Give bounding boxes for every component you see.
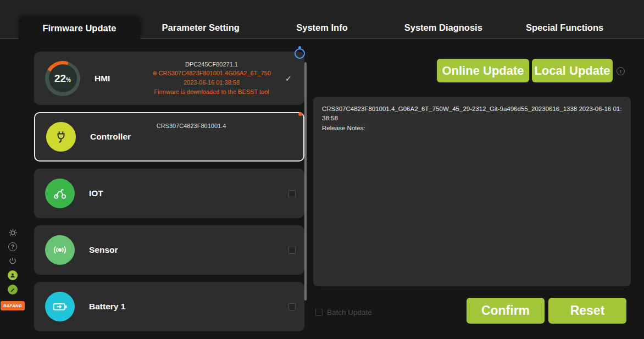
hmi-status-message: Firmware is downloaded to the BESST tool: [154, 88, 269, 96]
device-name-controller: Controller: [90, 132, 137, 142]
hmi-firmware-info: DPC245CF80271.1 ⊕CRS307C4823F801001.4G06…: [142, 61, 281, 96]
device-list: 22 % HMI DPC245CF80271.1 ⊕CRS307C4823F80…: [34, 52, 304, 331]
download-icon: ⊕: [152, 70, 157, 77]
hmi-progress-value: 22: [54, 73, 66, 85]
edit-icon[interactable]: [8, 285, 18, 294]
power-icon[interactable]: [8, 256, 18, 266]
scooter-icon: [45, 179, 75, 208]
tab-firmware-update[interactable]: Firmware Update: [19, 17, 140, 39]
user-icon[interactable]: [8, 270, 18, 280]
device-card-iot[interactable]: IOT: [34, 169, 304, 218]
tab-system-info[interactable]: System Info: [262, 17, 383, 38]
device-card-controller[interactable]: Controller CRS307C4823F801001.4: [34, 112, 304, 162]
hmi-timestamp: 2023-06-16 01:38:58: [184, 79, 240, 87]
device-name-battery: Battery 1: [89, 302, 136, 312]
tab-bar: Firmware Update Parameter Setting System…: [0, 0, 644, 39]
hmi-progress-label: 22 %: [49, 64, 77, 92]
tab-special-functions[interactable]: Special Functions: [504, 17, 625, 38]
batch-update-checkbox[interactable]: [315, 309, 323, 316]
device-name-sensor: Sensor: [89, 245, 136, 255]
device-name-iot: IOT: [89, 188, 136, 198]
hmi-target-firmware: ⊕CRS307C4823F801001.4G06A2_6T_750: [152, 70, 271, 77]
device-card-sensor[interactable]: Sensor: [34, 225, 304, 275]
battery-icon: [45, 292, 75, 321]
sensor-checkbox[interactable]: [288, 247, 296, 254]
check-icon: ✓: [281, 74, 296, 84]
iot-checkbox[interactable]: [288, 190, 296, 197]
batch-update[interactable]: Batch Update: [315, 308, 372, 316]
left-toolbar: ? BAFANG: [2, 227, 23, 310]
tab-parameter-setting[interactable]: Parameter Setting: [140, 17, 262, 38]
hmi-model-number: DPC245CF80271.1: [185, 61, 238, 69]
reset-button[interactable]: Reset: [548, 298, 626, 324]
notification-dot: [298, 112, 302, 116]
hmi-progress-unit: %: [66, 77, 71, 83]
device-card-battery[interactable]: Battery 1: [34, 282, 304, 331]
controller-firmware-version: CRS307C4823F801001.4: [118, 123, 265, 129]
local-update-button[interactable]: Local Update: [532, 59, 613, 82]
confirm-button[interactable]: Confirm: [467, 298, 545, 324]
loading-spinner-icon: [295, 48, 305, 59]
release-notes-panel: CRS307C4823F801001.4_G06A2_6T_750W_45_29…: [313, 97, 631, 286]
besst-app-window: Firmware Update Parameter Setting System…: [0, 0, 644, 339]
device-card-hmi[interactable]: 22 % HMI DPC245CF80271.1 ⊕CRS307C4823F80…: [34, 52, 304, 105]
settings-icon[interactable]: [8, 227, 18, 237]
device-name-hmi: HMI: [95, 74, 142, 84]
release-notes-label: Release Notes:: [322, 124, 622, 133]
help-icon[interactable]: ?: [8, 242, 18, 252]
device-list-scrollbar[interactable]: [304, 62, 307, 301]
bafang-logo: BAFANG: [1, 301, 25, 310]
battery-checkbox[interactable]: [288, 303, 296, 310]
batch-update-label: Batch Update: [327, 308, 372, 316]
tab-system-diagnosis[interactable]: System Diagnosis: [382, 17, 504, 38]
signal-icon: [45, 235, 75, 265]
plug-icon: [46, 122, 76, 152]
info-icon[interactable]: !: [617, 67, 625, 75]
spinner-dot: [298, 46, 301, 49]
hmi-progress-ring: 22 %: [45, 61, 80, 96]
firmware-file-name: CRS307C4823F801001.4_G06A2_6T_750W_45_29…: [322, 104, 622, 124]
online-update-button[interactable]: Online Update: [437, 59, 529, 82]
